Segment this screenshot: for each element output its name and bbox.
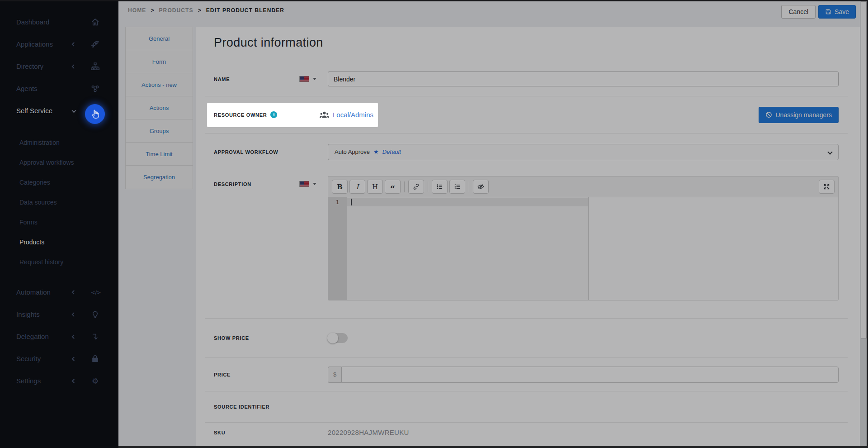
- resource-owner-label: RESOURCE OWNER: [214, 112, 267, 118]
- tour-spotlight: RESOURCE OWNER i Local/Admins: [207, 103, 378, 127]
- users-icon: [320, 111, 329, 118]
- resource-owner-value: Local/Admins: [333, 111, 373, 119]
- hand-pointer-icon: [90, 109, 100, 119]
- info-icon[interactable]: i: [270, 111, 277, 118]
- self-service-highlight-circle[interactable]: [85, 104, 105, 124]
- tour-dim-overlay: [0, 0, 868, 448]
- resource-owner-link[interactable]: Local/Admins: [320, 111, 373, 119]
